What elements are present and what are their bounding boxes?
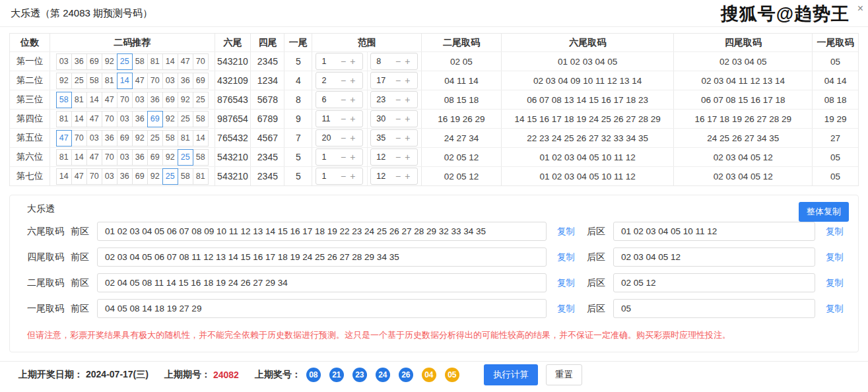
code-cell[interactable]: 69 [132,168,148,185]
range-from-stepper[interactable]: 11−+ [316,110,363,127]
code-cell[interactable]: 14 [86,92,102,108]
code-cell[interactable]: 58 [193,111,209,127]
copy-back-link[interactable]: 复制 [826,277,844,289]
close-icon[interactable]: × [857,3,863,14]
code-cell[interactable]: 92 [132,130,148,147]
minus-icon[interactable]: − [393,172,403,181]
code-cell[interactable]: 36 [132,149,148,166]
code-cell[interactable]: 69 [117,130,133,147]
code-cell[interactable]: 36 [117,168,133,185]
code-cell[interactable]: 81 [147,53,163,70]
copy-back-link[interactable]: 复制 [826,226,844,238]
front-zone-input[interactable]: 02 04 05 08 11 14 15 16 18 19 24 26 27 2… [97,273,547,292]
code-cell[interactable]: 70 [71,130,87,147]
back-zone-input[interactable]: 02 03 04 05 12 [613,247,815,267]
code-cell[interactable]: 14 [56,168,72,185]
code-cell[interactable]: 69 [147,149,163,166]
range-to-stepper[interactable]: 8−+ [370,53,418,70]
minus-icon[interactable]: − [339,57,348,66]
code-cell[interactable]: 47 [102,92,117,108]
plus-icon[interactable]: + [403,172,412,181]
plus-icon[interactable]: + [403,57,412,66]
code-cell[interactable]: 36 [71,53,87,70]
code-cell[interactable]: 47 [178,53,193,70]
code-cell[interactable]: 25 [178,111,193,127]
range-from-stepper[interactable]: 1−+ [316,148,363,166]
plus-icon[interactable]: + [403,152,412,162]
code-cell[interactable]: 14 [71,111,87,127]
range-from-stepper[interactable]: 20−+ [316,129,363,147]
code-cell[interactable]: 03 [162,73,178,89]
minus-icon[interactable]: − [339,95,348,104]
plus-icon[interactable]: + [348,172,357,181]
code-cell-selected[interactable]: 58 [56,92,72,108]
front-zone-input[interactable]: 01 02 03 04 05 06 07 08 09 10 11 12 13 1… [97,222,547,241]
code-cell[interactable]: 70 [102,111,117,127]
minus-icon[interactable]: − [393,76,403,85]
code-cell[interactable]: 36 [178,73,193,89]
back-zone-input[interactable]: 02 05 12 [613,273,815,292]
code-cell-selected[interactable]: 14 [117,73,133,89]
plus-icon[interactable]: + [348,133,357,143]
back-zone-input[interactable]: 05 [613,299,815,318]
code-cell-selected[interactable]: 25 [178,149,193,166]
code-cell[interactable]: 58 [132,53,148,70]
code-cell[interactable]: 81 [102,73,117,89]
range-to-stepper[interactable]: 12−+ [370,168,418,185]
code-cell[interactable]: 03 [102,168,117,185]
minus-icon[interactable]: − [339,152,348,162]
code-cell[interactable]: 36 [102,130,117,147]
code-cell[interactable]: 03 [117,149,133,166]
code-cell[interactable]: 69 [86,53,102,70]
code-cell[interactable]: 03 [86,130,102,147]
code-cell[interactable]: 81 [193,168,209,185]
code-cell[interactable]: 69 [193,73,209,89]
code-cell[interactable]: 47 [86,111,102,127]
code-cell[interactable]: 69 [162,92,178,108]
minus-icon[interactable]: − [393,57,403,66]
code-cell[interactable]: 14 [193,130,209,147]
range-to-stepper[interactable]: 12−+ [370,148,418,166]
copy-front-link[interactable]: 复制 [557,277,575,289]
code-cell[interactable]: 36 [132,111,148,127]
code-cell[interactable]: 70 [86,168,102,185]
code-cell[interactable]: 03 [56,53,72,70]
code-cell-selected[interactable]: 47 [56,130,72,147]
code-cell[interactable]: 81 [178,130,193,147]
minus-icon[interactable]: − [393,152,403,162]
code-cell[interactable]: 58 [178,168,193,185]
plus-icon[interactable]: + [348,57,357,66]
code-cell[interactable]: 25 [71,73,87,89]
code-cell[interactable]: 47 [86,149,102,166]
plus-icon[interactable]: + [348,95,357,104]
code-cell[interactable]: 81 [56,111,72,127]
plus-icon[interactable]: + [403,76,412,85]
range-to-stepper[interactable]: 35−+ [370,129,418,147]
minus-icon[interactable]: − [339,114,348,123]
minus-icon[interactable]: − [393,133,403,143]
code-cell[interactable]: 70 [147,73,163,89]
minus-icon[interactable]: − [393,95,403,104]
code-cell[interactable]: 03 [117,111,133,127]
code-cell[interactable]: 92 [102,53,117,70]
run-calculation-button[interactable]: 执行计算 [484,364,538,385]
plus-icon[interactable]: + [403,114,412,123]
plus-icon[interactable]: + [348,114,357,123]
front-zone-input[interactable]: 02 03 04 05 06 07 08 11 12 13 14 15 16 1… [97,247,547,267]
range-to-stepper[interactable]: 23−+ [370,91,418,108]
range-from-stepper[interactable]: 2−+ [316,72,363,89]
code-cell[interactable]: 58 [193,149,209,166]
copy-front-link[interactable]: 复制 [557,251,575,263]
range-from-stepper[interactable]: 1−+ [316,168,363,185]
copy-all-button[interactable]: 整体复制 [799,202,849,222]
reset-button[interactable]: 重置 [546,364,582,385]
range-to-stepper[interactable]: 17−+ [370,72,418,89]
minus-icon[interactable]: − [393,114,403,123]
code-cell[interactable]: 81 [71,92,87,108]
copy-back-link[interactable]: 复制 [826,251,844,263]
plus-icon[interactable]: + [403,95,412,104]
code-cell-selected[interactable]: 25 [117,53,133,70]
code-cell[interactable]: 92 [147,168,163,185]
code-cell[interactable]: 58 [86,73,102,89]
copy-front-link[interactable]: 复制 [557,303,575,315]
